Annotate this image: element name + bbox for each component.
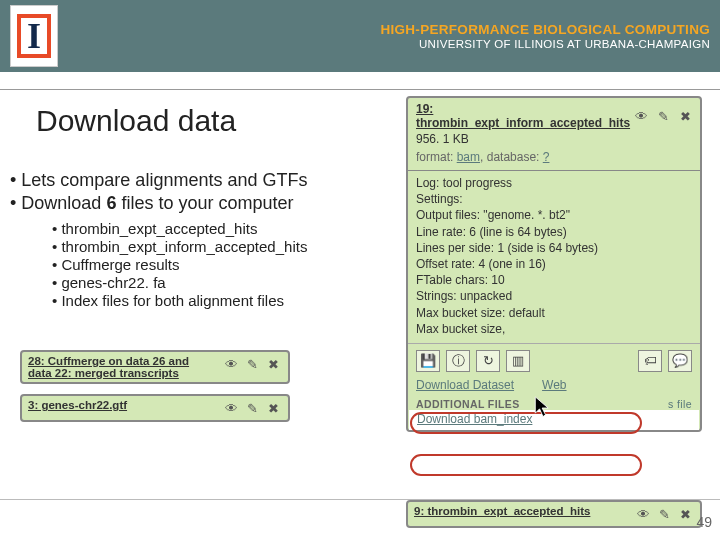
delete-icon[interactable]: ✖ (676, 107, 694, 125)
eye-icon[interactable]: 👁 (222, 399, 240, 417)
body-line: FTable chars: 10 (416, 272, 692, 288)
download-bam-index-link[interactable]: Download bam_index (409, 410, 699, 430)
action-button-row: 💾 ⓘ ↻ ▥ 🏷 💬 (408, 343, 700, 378)
body-line: Log: tool progress (416, 175, 692, 191)
body-line: Max bucket size: default (416, 305, 692, 321)
body-line: Settings: (416, 191, 692, 207)
mini-dataset-genes[interactable]: 3: genes-chr22.gtf 👁 ✎ ✖ (20, 394, 290, 422)
tags-icon[interactable]: 🏷 (638, 350, 662, 372)
annotate-icon[interactable]: 💬 (668, 350, 692, 372)
body-line: Lines per side: 1 (side is 64 bytes) (416, 240, 692, 256)
body-line: Line rate: 6 (line is 64 bytes) (416, 224, 692, 240)
panel-header: 19: thrombin_expt_inform_accepted_hits 👁… (408, 98, 700, 132)
dataset-meta: format: bam, database: ? (408, 150, 700, 171)
panel-icon-row: 👁 ✎ ✖ (632, 107, 694, 125)
eye-icon[interactable]: 👁 (222, 355, 240, 373)
mini-title: 3: genes-chr22.gtf (28, 399, 127, 411)
eye-icon[interactable]: 👁 (632, 107, 650, 125)
view-web-link[interactable]: Web (542, 378, 566, 392)
body-line: Offset rate: 4 (one in 16) (416, 256, 692, 272)
format-label: format: (416, 150, 453, 164)
university-name: UNIVERSITY OF ILLINOIS AT URBANA-CHAMPAI… (380, 38, 710, 50)
body-line: Output files: "genome. *. bt2" (416, 207, 692, 223)
dataset-title[interactable]: 19: thrombin_expt_inform_accepted_hits (416, 102, 606, 130)
pencil-icon[interactable]: ✎ (655, 505, 673, 523)
hpbc-title: HIGH-PERFORMANCE BIOLOGICAL COMPUTING (380, 22, 710, 37)
footer-divider (0, 499, 720, 500)
mouse-cursor-icon (534, 396, 552, 420)
logo-letter: I (17, 14, 51, 58)
bold-number: 6 (106, 193, 116, 213)
dataset-size: 956. 1 KB (408, 132, 700, 150)
panel-body: Log: tool progress Settings: Output file… (408, 171, 700, 343)
mini-icon-row: 👁 ✎ ✖ (222, 355, 282, 373)
mini-title: 28: Cuffmerge on data 26 and data 22: me… (28, 355, 208, 379)
download-dataset-link[interactable]: Download Dataset (416, 378, 514, 392)
header-text: HIGH-PERFORMANCE BIOLOGICAL COMPUTING UN… (380, 22, 710, 50)
pencil-icon[interactable]: ✎ (243, 355, 261, 373)
format-value[interactable]: bam (457, 150, 480, 164)
delete-icon[interactable]: ✖ (264, 355, 282, 373)
mini-icon-row: 👁 ✎ ✖ (634, 505, 694, 523)
mini-dataset-cuffmerge[interactable]: 28: Cuffmerge on data 26 and data 22: me… (20, 350, 290, 384)
rerun-icon[interactable]: ↻ (476, 350, 500, 372)
pencil-icon[interactable]: ✎ (654, 107, 672, 125)
slide-header: I HIGH-PERFORMANCE BIOLOGICAL COMPUTING … (0, 0, 720, 72)
illinois-logo: I (10, 5, 58, 67)
database-value[interactable]: ? (543, 150, 550, 164)
delete-icon[interactable]: ✖ (676, 505, 694, 523)
delete-icon[interactable]: ✖ (264, 399, 282, 417)
mini-dataset-accepted-hits[interactable]: 9: thrombin_expt_accepted_hits 👁 ✎ ✖ (406, 500, 702, 528)
additional-files-label: ADDITIONAL FILES s file (408, 398, 700, 410)
database-label: database: (487, 150, 540, 164)
pencil-icon[interactable]: ✎ (243, 399, 261, 417)
save-icon[interactable]: 💾 (416, 350, 440, 372)
body-line: Strings: unpacked (416, 288, 692, 304)
info-icon[interactable]: ⓘ (446, 350, 470, 372)
download-links-row: Download Dataset Web (408, 378, 700, 398)
red-circle-annotation (410, 454, 642, 476)
page-number: 49 (696, 514, 712, 530)
mini-title: 9: thrombin_expt_accepted_hits (414, 505, 590, 517)
mini-icon-row: 👁 ✎ ✖ (222, 399, 282, 417)
galaxy-dataset-panel: 19: thrombin_expt_inform_accepted_hits 👁… (406, 96, 702, 432)
file-hint: s file (668, 398, 692, 410)
chart-icon[interactable]: ▥ (506, 350, 530, 372)
eye-icon[interactable]: 👁 (634, 505, 652, 523)
body-line: Max bucket size, (416, 321, 692, 337)
